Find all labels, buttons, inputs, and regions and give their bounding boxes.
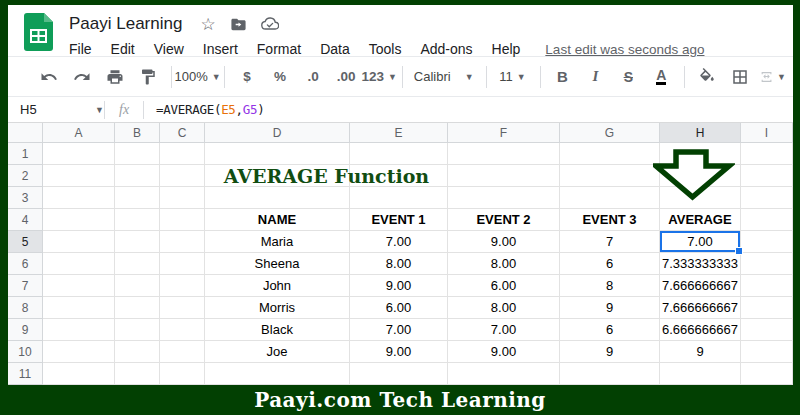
column-header-H[interactable]: H: [660, 123, 741, 143]
cell-C5[interactable]: [160, 231, 205, 253]
star-icon[interactable]: ☆: [200, 14, 215, 35]
cell-D6[interactable]: Sheena: [205, 253, 350, 275]
cell-B5[interactable]: [115, 231, 160, 253]
cell-D9[interactable]: Black: [205, 319, 350, 341]
cell-H9[interactable]: 6.666666667: [660, 319, 741, 341]
cell-C9[interactable]: [160, 319, 205, 341]
menu-item-edit[interactable]: Edit: [111, 41, 135, 57]
row-header-10[interactable]: 10: [8, 341, 43, 363]
name-box[interactable]: H5▼: [8, 102, 104, 117]
cell-I7[interactable]: [741, 275, 793, 297]
cell-F4[interactable]: EVENT 2: [448, 209, 560, 231]
cell-E4[interactable]: EVENT 1: [350, 209, 448, 231]
cell-A10[interactable]: [43, 341, 115, 363]
menu-item-view[interactable]: View: [154, 41, 184, 57]
column-header-G[interactable]: G: [560, 123, 660, 143]
cell-I6[interactable]: [741, 253, 793, 275]
cell-D8[interactable]: Morris: [205, 297, 350, 319]
cell-F6[interactable]: 8.00: [448, 253, 560, 275]
cell-C6[interactable]: [160, 253, 205, 275]
move-folder-icon[interactable]: [230, 16, 247, 33]
cell-H4[interactable]: AVERAGE: [660, 209, 741, 231]
cell-D4[interactable]: NAME: [205, 209, 350, 231]
bold-button[interactable]: B: [549, 64, 575, 90]
paint-format-button[interactable]: [135, 64, 161, 90]
cell-B9[interactable]: [115, 319, 160, 341]
cell-B6[interactable]: [115, 253, 160, 275]
cell-B1[interactable]: [115, 143, 160, 165]
cell-I8[interactable]: [741, 297, 793, 319]
cell-E10[interactable]: 9.00: [350, 341, 448, 363]
cell-B8[interactable]: [115, 297, 160, 319]
cell-G7[interactable]: 8: [560, 275, 660, 297]
cell-G4[interactable]: EVENT 3: [560, 209, 660, 231]
menu-item-help[interactable]: Help: [492, 41, 521, 57]
cell-D3[interactable]: [205, 187, 350, 209]
cell-G2[interactable]: [560, 165, 660, 187]
cell-A2[interactable]: [43, 165, 115, 187]
zoom-select[interactable]: 100%▼: [181, 64, 215, 90]
decrease-decimal-button[interactable]: .0: [300, 64, 326, 90]
cell-C4[interactable]: [160, 209, 205, 231]
column-header-F[interactable]: F: [448, 123, 560, 143]
cell-I5[interactable]: [741, 231, 793, 253]
cell-G1[interactable]: [560, 143, 660, 165]
row-header-4[interactable]: 4: [8, 209, 43, 231]
more-formats-button[interactable]: 123▼: [366, 64, 392, 90]
cell-A3[interactable]: [43, 187, 115, 209]
text-color-button[interactable]: A: [648, 64, 674, 90]
fill-color-button[interactable]: [694, 64, 720, 90]
column-header-E[interactable]: E: [350, 123, 448, 143]
select-all-corner[interactable]: [8, 123, 43, 143]
cell-F11[interactable]: [448, 363, 560, 385]
cell-I11[interactable]: [741, 363, 793, 385]
cell-F5[interactable]: 9.00: [448, 231, 560, 253]
cell-I10[interactable]: [741, 341, 793, 363]
row-header-5[interactable]: 5: [8, 231, 43, 253]
cell-H5[interactable]: 7.00: [660, 231, 741, 253]
cell-D10[interactable]: Joe: [205, 341, 350, 363]
last-edit-link[interactable]: Last edit was seconds ago: [545, 42, 704, 57]
cell-G11[interactable]: [560, 363, 660, 385]
cell-I2[interactable]: [741, 165, 793, 187]
format-percent-button[interactable]: %: [267, 64, 293, 90]
cell-C2[interactable]: [160, 165, 205, 187]
cell-F8[interactable]: 8.00: [448, 297, 560, 319]
cell-F10[interactable]: 9.00: [448, 341, 560, 363]
cell-A5[interactable]: [43, 231, 115, 253]
row-header-3[interactable]: 3: [8, 187, 43, 209]
cell-E5[interactable]: 7.00: [350, 231, 448, 253]
cell-A9[interactable]: [43, 319, 115, 341]
row-header-11[interactable]: 11: [8, 363, 43, 385]
cell-H7[interactable]: 7.666666667: [660, 275, 741, 297]
cell-E7[interactable]: 9.00: [350, 275, 448, 297]
menu-item-data[interactable]: Data: [320, 41, 350, 57]
print-button[interactable]: [102, 64, 128, 90]
formula-input[interactable]: =AVERAGE(E5,G5): [156, 102, 264, 117]
cell-B2[interactable]: [115, 165, 160, 187]
cell-A8[interactable]: [43, 297, 115, 319]
cell-I3[interactable]: [741, 187, 793, 209]
cell-E11[interactable]: [350, 363, 448, 385]
font-select[interactable]: Calibri▼: [412, 64, 476, 90]
cell-E8[interactable]: 6.00: [350, 297, 448, 319]
increase-decimal-button[interactable]: .00: [333, 64, 359, 90]
cell-H11[interactable]: [660, 363, 741, 385]
italic-button[interactable]: I: [582, 64, 608, 90]
column-header-A[interactable]: A: [43, 123, 115, 143]
cell-F3[interactable]: [448, 187, 560, 209]
row-header-7[interactable]: 7: [8, 275, 43, 297]
cell-C7[interactable]: [160, 275, 205, 297]
cell-B3[interactable]: [115, 187, 160, 209]
menu-item-tools[interactable]: Tools: [369, 41, 402, 57]
undo-button[interactable]: [36, 64, 62, 90]
cell-I1[interactable]: [741, 143, 793, 165]
menu-item-addons[interactable]: Add-ons: [420, 41, 472, 57]
cell-H10[interactable]: 9: [660, 341, 741, 363]
row-header-6[interactable]: 6: [8, 253, 43, 275]
cell-G3[interactable]: [560, 187, 660, 209]
document-title[interactable]: Paayi Learning: [69, 14, 182, 34]
cell-D1[interactable]: [205, 143, 350, 165]
column-header-D[interactable]: D: [205, 123, 350, 143]
cell-I9[interactable]: [741, 319, 793, 341]
